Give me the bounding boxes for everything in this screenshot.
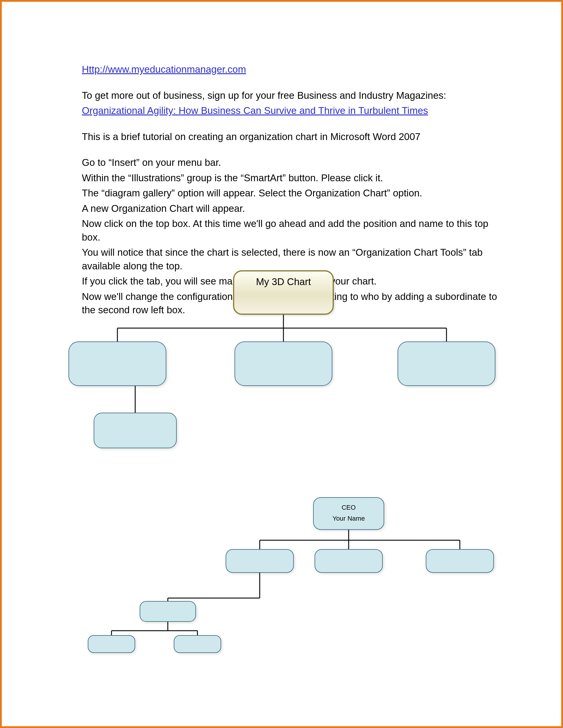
chart2-root-line2: Your Name xyxy=(314,513,384,524)
chart2-root-line1: CEO xyxy=(314,502,384,513)
chart1-node-r3a xyxy=(94,413,177,448)
page-inner: Http://www.myeducationmanager.com To get… xyxy=(8,8,555,720)
chart2-node-c1 xyxy=(226,549,294,573)
chart2-node-t2 xyxy=(174,635,221,653)
org-chart-2: CEO Your Name xyxy=(58,494,521,648)
signup-prompt: To get more out of business, sign up for… xyxy=(82,89,503,102)
step-1: Go to “Insert” on your menu bar. xyxy=(82,156,503,169)
org-chart-1: My 3D Chart xyxy=(58,269,521,465)
chart1-root-label: My 3D Chart xyxy=(256,276,311,287)
chart1-node-r2b xyxy=(235,341,332,386)
article-link[interactable]: Organizational Agility: How Business Can… xyxy=(82,105,428,116)
tutorial-title: This is a brief tutorial on creating an … xyxy=(82,130,503,144)
chart2-node-c2 xyxy=(314,549,383,573)
source-url-link[interactable]: Http://www.myeducationmanager.com xyxy=(82,64,246,75)
step-4: A new Organization Chart will appear. xyxy=(82,202,503,215)
chart1-node-r2a xyxy=(69,341,166,386)
chart1-root-node: My 3D Chart xyxy=(233,270,334,315)
step-2: Within the “Illustrations” group is the … xyxy=(82,171,503,185)
chart2-node-c3 xyxy=(426,549,494,573)
chart2-root-node: CEO Your Name xyxy=(313,497,384,530)
chart2-node-t1 xyxy=(88,635,135,653)
chart2-node-s1 xyxy=(140,601,196,622)
page-frame: Http://www.myeducationmanager.com To get… xyxy=(0,0,563,728)
chart1-node-r2c xyxy=(397,341,495,386)
step-5: Now click on the top box. At this time w… xyxy=(82,217,503,244)
step-3: The “diagram gallery” option will appear… xyxy=(82,186,503,200)
